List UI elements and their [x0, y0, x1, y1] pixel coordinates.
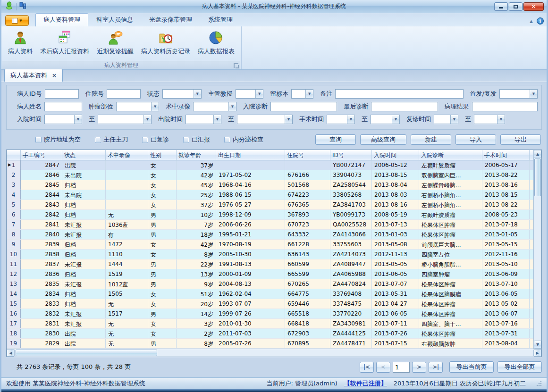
combo-dropdown-icon[interactable]: ▼ — [213, 115, 221, 124]
table-row[interactable]: 152833归档无女20岁1993-07-0765944633748475201… — [7, 299, 533, 309]
table-row[interactable]: 192829出院无男8岁2005-07-26670895ZA4478471201… — [7, 339, 533, 349]
horizontal-scrollbar-thumb[interactable] — [16, 350, 157, 356]
table-header-cell[interactable]: 就诊年龄 — [177, 150, 216, 160]
combo-dropdown-icon[interactable]: ▼ — [450, 115, 458, 124]
horizontal-scrollbar[interactable]: ◀ ▶ — [7, 349, 541, 357]
filter-combo[interactable]: ▼ — [44, 115, 82, 124]
combo-dropdown-icon[interactable]: ▼ — [530, 90, 537, 98]
close-button[interactable]: ✕ — [523, 2, 544, 11]
table-row[interactable]: 132835未汇报1012蓝男9岁2004-08-13670265ZA44708… — [7, 279, 533, 289]
vertical-scrollbar-thumb[interactable] — [534, 158, 541, 196]
ribbon-button[interactable]: 病人资料历史记录 — [137, 28, 194, 57]
prev-page-button[interactable]: < — [376, 362, 390, 373]
scroll-left-icon[interactable]: ◀ — [7, 349, 15, 357]
combo-dropdown-icon[interactable]: ▼ — [305, 90, 313, 98]
next-page-button[interactable]: > — [412, 362, 426, 373]
tab-patient-basic-info[interactable]: 病人基本资料 × — [4, 69, 63, 82]
filter-combo[interactable]: ▼ — [371, 115, 400, 124]
filter-combo[interactable]: ▼ — [193, 102, 236, 111]
filter-input[interactable] — [270, 102, 337, 111]
table-header-cell[interactable]: 术中录像 — [106, 150, 148, 160]
table-row[interactable]: 102838归档1110女8岁2005-10-30636143ZA4214073… — [7, 250, 533, 259]
dialog-launcher-icon[interactable] — [234, 63, 238, 68]
table-row[interactable]: 42844未出院女25岁1988-06-15674223338052682013… — [7, 190, 533, 200]
filter-combo[interactable]: ▼ — [499, 89, 538, 99]
table-row[interactable]: 72841未汇报1036蓝男7岁2006-06-26670723QA002552… — [7, 220, 533, 230]
scroll-right-icon[interactable]: ▶ — [533, 349, 541, 357]
table-header-cell[interactable]: 入院时间 — [372, 150, 419, 160]
filter-combo[interactable]: ▼ — [185, 115, 221, 124]
table-row[interactable]: 92839归档1472女42岁1970-08-19661228337556032… — [7, 240, 533, 250]
filter-combo[interactable]: ▼ — [116, 102, 160, 111]
action-button[interactable]: 查询 — [315, 134, 356, 145]
table-header-cell[interactable]: 状态 — [62, 150, 106, 160]
table-header-cell[interactable]: 住院号 — [285, 150, 330, 160]
vertical-scrollbar[interactable]: ▲ ▼ — [533, 150, 541, 349]
ribbon-tab[interactable]: 科室人员信息 — [88, 13, 141, 26]
registered-link[interactable]: 【软件已注册】 — [344, 379, 387, 388]
combo-dropdown-icon[interactable]: ▼ — [347, 115, 354, 124]
filter-combo[interactable]: ▼ — [434, 115, 458, 124]
checkbox[interactable] — [224, 137, 230, 143]
checkbox[interactable] — [142, 137, 148, 143]
table-row[interactable]: 82840未汇报有男18岁1995-01-21643332ZA414306620… — [7, 230, 533, 240]
table-header-cell[interactable]: 入院诊断 — [419, 150, 482, 160]
filter-input[interactable] — [371, 102, 438, 111]
combo-dropdown-icon[interactable]: ▼ — [74, 115, 82, 124]
table-row[interactable]: 162832未汇报1517男14岁1999-07-266655183377022… — [7, 309, 533, 319]
combo-dropdown-icon[interactable]: ▼ — [143, 115, 151, 124]
last-page-button[interactable]: >| — [429, 362, 443, 373]
first-page-button[interactable]: |< — [360, 362, 374, 373]
checkbox[interactable] — [95, 137, 101, 143]
export-all-pages-button[interactable]: 导出全部页 — [497, 361, 542, 373]
filter-combo[interactable]: ▼ — [291, 89, 313, 99]
filter-input[interactable] — [335, 89, 463, 99]
collapse-ribbon-icon[interactable]: ▲ — [530, 19, 533, 24]
combo-dropdown-icon[interactable]: ▼ — [392, 115, 399, 124]
filter-input[interactable] — [45, 89, 79, 99]
table-row[interactable]: 1▶2847出院女37岁YB00721472006-05-12左额叶胶质瘤200… — [7, 160, 533, 170]
table-row[interactable]: 172831未汇报无女3岁2010-01-30668418ZA343098120… — [7, 319, 533, 329]
filter-combo[interactable]: ▼ — [327, 115, 355, 124]
table-header-cell[interactable]: ID号 — [330, 150, 372, 160]
page-number-input[interactable]: 1 — [393, 362, 410, 373]
table-row[interactable]: 52843归档女37岁1976-05-27676365ZA38417032013… — [7, 200, 533, 210]
combo-dropdown-icon[interactable]: ▼ — [151, 102, 159, 111]
scroll-down-icon[interactable]: ▼ — [534, 341, 541, 349]
table-row[interactable]: 142834归档1505女51岁1962-02-0466477533769408… — [7, 289, 533, 299]
ribbon-button[interactable]: 近期复诊提醒 — [93, 28, 137, 57]
combo-dropdown-icon[interactable]: ▼ — [194, 90, 201, 98]
action-button[interactable]: 新建 — [411, 134, 451, 145]
table-header-selector[interactable] — [7, 150, 21, 160]
ribbon-button[interactable]: 病人数据报表 — [194, 28, 238, 57]
filter-input[interactable] — [472, 102, 538, 111]
minimize-button[interactable] — [494, 2, 508, 11]
table-row[interactable]: 112837未汇报1444男22岁1991-08-13660599ZA40894… — [7, 259, 533, 269]
table-header-cell[interactable]: 手术时间 — [482, 150, 530, 160]
combo-dropdown-icon[interactable]: ▼ — [255, 90, 263, 98]
resize-grip[interactable] — [536, 381, 542, 386]
table-row[interactable]: 22846未出院女42岁1971-05-02676166339040732013… — [7, 170, 533, 180]
combo-dropdown-icon[interactable]: ▼ — [497, 115, 505, 124]
info-icon[interactable]: i — [537, 17, 544, 25]
ribbon-button[interactable]: 术后病人汇报资料 — [36, 28, 93, 57]
table-row[interactable]: 32845归档女45岁1968-04-16501568ZA25805442013… — [7, 180, 533, 190]
ribbon-tab[interactable]: 光盘录像带管理 — [141, 13, 200, 26]
ribbon-button[interactable]: 病人资料 — [4, 28, 36, 57]
combo-dropdown-icon[interactable]: ▼ — [228, 102, 236, 111]
table-row[interactable]: 62842归档无男10岁1998-12-09367893YB0099173200… — [7, 210, 533, 220]
ribbon-tab[interactable]: 病人资料管理 — [35, 13, 88, 26]
filter-input[interactable] — [107, 89, 141, 99]
filter-input[interactable] — [44, 102, 82, 111]
checkbox[interactable] — [183, 137, 189, 143]
filter-combo[interactable]: ▼ — [237, 115, 293, 124]
action-button[interactable]: 高级查询 — [360, 134, 406, 145]
combo-dropdown-icon[interactable]: ▼ — [285, 115, 292, 124]
filter-combo[interactable]: ▼ — [162, 89, 202, 99]
export-current-page-button[interactable]: 导出当前页 — [449, 361, 494, 373]
table-header-cell[interactable]: 性别 — [148, 150, 177, 160]
maximize-button[interactable] — [509, 2, 523, 11]
checkbox[interactable] — [35, 137, 42, 143]
scroll-up-icon[interactable]: ▲ — [534, 150, 541, 158]
app-menu-button[interactable]: ▼ — [5, 15, 29, 26]
